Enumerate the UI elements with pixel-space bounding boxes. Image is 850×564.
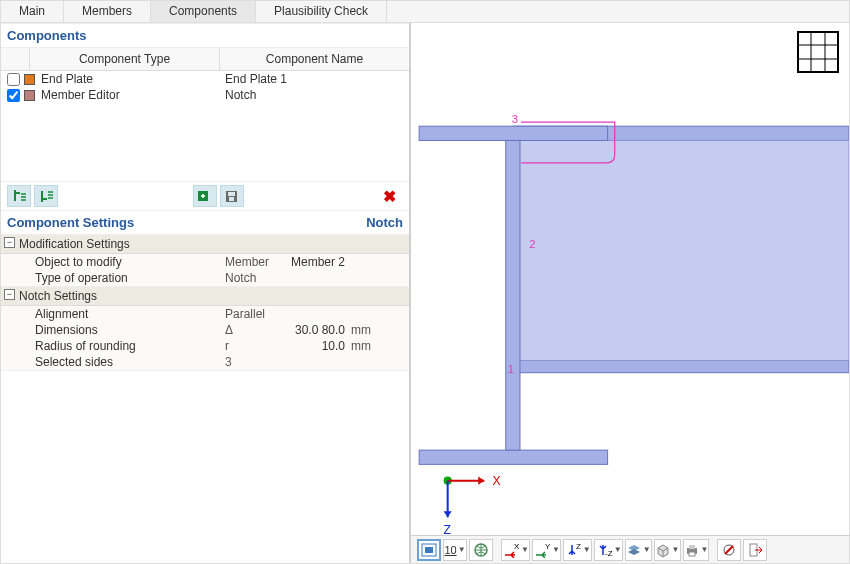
move-up-icon xyxy=(11,189,27,203)
tab-plausibility-check[interactable]: Plausibility Check xyxy=(256,1,387,22)
collapse-icon[interactable]: − xyxy=(4,237,15,248)
table-row[interactable]: Member Editor Notch xyxy=(1,87,409,103)
print-button[interactable]: ▼ xyxy=(683,539,710,561)
settings-title-label: Component Settings xyxy=(7,215,134,230)
move-down-icon xyxy=(38,189,54,203)
exit-icon xyxy=(747,542,763,558)
node-label-3: 3 xyxy=(512,113,518,125)
property-row[interactable]: Object to modify Member Member 2 xyxy=(1,254,409,270)
tab-main[interactable]: Main xyxy=(1,1,64,22)
node-label-1: 1 xyxy=(508,363,514,375)
move-down-button[interactable] xyxy=(34,185,58,207)
property-symbol: Parallel xyxy=(225,307,261,321)
property-row[interactable]: Selected sides 3 xyxy=(1,354,409,370)
view-mode-button[interactable] xyxy=(417,539,441,561)
property-symbol: r xyxy=(225,339,261,353)
svg-rect-3 xyxy=(229,197,234,201)
property-row[interactable]: Type of operation Notch xyxy=(1,270,409,286)
property-label: Dimensions xyxy=(35,323,225,337)
tab-members[interactable]: Members xyxy=(64,1,151,22)
axis-x-button[interactable]: X▼ xyxy=(501,539,530,561)
viewport-toolbar: 10▼ X▼ Y▼ Z▼ -Z▼ ▼ xyxy=(411,535,849,563)
layers-icon xyxy=(626,542,642,558)
svg-rect-15 xyxy=(798,32,838,72)
grid-icon xyxy=(797,31,839,73)
group-title: Notch Settings xyxy=(19,289,97,303)
view-grid-button[interactable] xyxy=(797,31,839,73)
row-type: End Plate xyxy=(39,72,219,86)
svg-text:Z: Z xyxy=(576,542,581,551)
property-symbol: Member xyxy=(225,255,261,269)
add-button[interactable] xyxy=(193,185,217,207)
group-header[interactable]: − Notch Settings xyxy=(1,287,409,306)
axis-neg-z-icon: -Z xyxy=(595,542,613,558)
components-title: Components xyxy=(1,23,409,48)
layers-button[interactable]: ▼ xyxy=(625,539,652,561)
axis-z-icon: Z xyxy=(564,542,582,558)
row-name: Notch xyxy=(219,88,403,102)
tab-components[interactable]: Components xyxy=(151,1,256,22)
svg-rect-7 xyxy=(419,126,607,140)
property-label: Type of operation xyxy=(35,271,225,285)
globe-button[interactable] xyxy=(469,539,493,561)
collapse-icon[interactable]: − xyxy=(4,289,15,300)
svg-rect-21 xyxy=(425,547,433,553)
delete-button[interactable]: ✖ xyxy=(378,185,400,207)
property-row[interactable]: Radius of rounding r 10.0 mm xyxy=(1,338,409,354)
property-row[interactable]: Dimensions Δ 30.0 80.0 mm xyxy=(1,322,409,338)
axis-neg-z-button[interactable]: -Z▼ xyxy=(594,539,623,561)
svg-rect-6 xyxy=(513,140,849,360)
property-value: 30.0 80.0 xyxy=(261,323,351,337)
axis-x-label: X xyxy=(492,474,500,488)
components-toolstrip: ✖ xyxy=(1,181,409,210)
viewport[interactable]: 1 2 3 X Z xyxy=(411,23,849,535)
row-checkbox[interactable] xyxy=(7,73,20,86)
cube-icon xyxy=(655,542,671,558)
table-row[interactable]: End Plate End Plate 1 xyxy=(1,71,409,87)
add-icon xyxy=(197,189,213,203)
svg-rect-2 xyxy=(228,192,235,196)
property-value: 10.0 xyxy=(261,339,351,353)
row-checkbox[interactable] xyxy=(7,89,20,102)
group-title: Modification Settings xyxy=(19,237,130,251)
tab-bar: Main Members Components Plausibility Che… xyxy=(1,1,849,23)
components-header: Component Type Component Name xyxy=(1,48,409,71)
swatch-icon xyxy=(24,90,35,101)
svg-marker-14 xyxy=(444,511,452,517)
cube-button[interactable]: ▼ xyxy=(654,539,681,561)
exit-button[interactable] xyxy=(743,539,767,561)
components-table: Component Type Component Name End Plate … xyxy=(1,48,409,181)
header-component-name: Component Name xyxy=(220,48,409,70)
row-name: End Plate 1 xyxy=(219,72,403,86)
svg-text:X: X xyxy=(514,542,520,551)
svg-text:Y: Y xyxy=(545,542,551,551)
svg-rect-9 xyxy=(506,140,520,450)
group-header[interactable]: − Modification Settings xyxy=(1,235,409,254)
axis-y-icon: Y xyxy=(533,542,551,558)
flag-button[interactable] xyxy=(717,539,741,561)
svg-rect-29 xyxy=(689,552,695,556)
property-symbol: Δ xyxy=(225,323,261,337)
svg-text:-Z: -Z xyxy=(605,549,613,558)
flag-icon xyxy=(721,542,737,558)
scene-svg: 1 2 3 X Z xyxy=(411,23,849,535)
settings-subtitle: Notch xyxy=(366,215,403,230)
delete-icon: ✖ xyxy=(383,187,396,206)
property-row[interactable]: Alignment Parallel xyxy=(1,306,409,322)
property-unit: mm xyxy=(351,339,387,353)
scale-button[interactable]: 10▼ xyxy=(443,539,467,561)
axis-z-button[interactable]: Z▼ xyxy=(563,539,592,561)
settings-grid: − Modification Settings Object to modify… xyxy=(1,235,409,563)
scale-label: 10 xyxy=(444,544,456,556)
move-up-button[interactable] xyxy=(7,185,31,207)
property-label: Radius of rounding xyxy=(35,339,225,353)
swatch-icon xyxy=(24,74,35,85)
property-value: Member 2 xyxy=(261,255,351,269)
property-label: Object to modify xyxy=(35,255,225,269)
svg-marker-12 xyxy=(478,477,484,485)
header-component-type: Component Type xyxy=(29,48,220,70)
axis-x-icon: X xyxy=(502,542,520,558)
save-button[interactable] xyxy=(220,185,244,207)
axis-y-button[interactable]: Y▼ xyxy=(532,539,561,561)
svg-rect-5 xyxy=(513,360,849,372)
